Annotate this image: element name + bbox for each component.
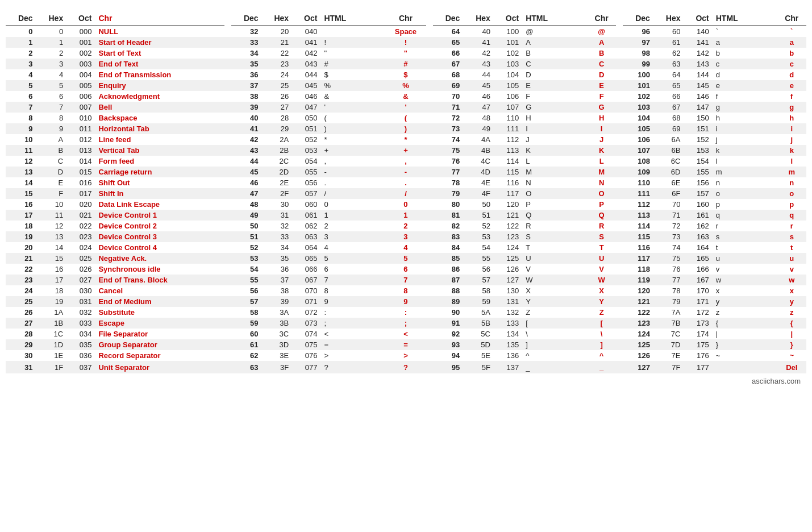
dec-4: 120 xyxy=(623,285,653,296)
dec-4: 101 xyxy=(623,80,653,91)
table-row: 0 0 000 NULL 32 20 040 Space 64 40 100 @… xyxy=(6,26,806,37)
dec-1: 18 xyxy=(6,221,36,231)
hex-3: 58 xyxy=(463,285,494,296)
html-3: P xyxy=(522,199,587,210)
hex-3: 5A xyxy=(463,307,494,318)
dec-2: 48 xyxy=(231,199,262,210)
html-4: n xyxy=(713,177,777,188)
hex-2: 33 xyxy=(262,231,293,242)
chr-3: A xyxy=(587,37,616,48)
hex-1: C xyxy=(36,156,67,167)
html-4: ` xyxy=(713,26,777,37)
dec-3: 70 xyxy=(433,91,464,102)
col-html-4: HTML xyxy=(713,11,777,26)
table-row: 15 F 017 Shift In 47 2F 057 / / 79 4F 11… xyxy=(6,188,806,199)
hex-1: 1D xyxy=(36,339,67,350)
table-row: 19 13 023 Device Control 3 51 33 063 3 3… xyxy=(6,231,806,242)
dec-1: 1 xyxy=(6,37,36,48)
hex-3: 5B xyxy=(463,318,494,329)
hex-1: 8 xyxy=(36,113,67,123)
hex-3: 5E xyxy=(463,350,494,361)
hex-2: 2E xyxy=(262,177,293,188)
name-1: File Separator xyxy=(95,329,224,339)
oct-4: 174 xyxy=(684,329,712,339)
html-2: & xyxy=(320,91,385,102)
html-2: . xyxy=(320,177,385,188)
dec-4: 100 xyxy=(623,69,653,80)
hex-2: 27 xyxy=(262,102,293,113)
col-chr-2: Chr xyxy=(385,11,426,26)
chr-2: 8 xyxy=(385,285,426,296)
dec-2: 57 xyxy=(231,296,262,307)
html-4: k xyxy=(713,145,777,156)
chr-2: * xyxy=(385,134,426,145)
chr-2: 9 xyxy=(385,296,426,307)
oct-4: 164 xyxy=(684,242,712,253)
hex-4: 77 xyxy=(653,275,684,285)
oct-2: 070 xyxy=(292,285,320,296)
oct-2: 043 xyxy=(292,59,320,69)
hex-1: 13 xyxy=(36,231,67,242)
oct-2: 054 xyxy=(292,156,320,167)
oct-3: 102 xyxy=(494,48,522,59)
table-row: 12 C 014 Form feed 44 2C 054 , , 76 4C 1… xyxy=(6,156,806,167)
dec-2: 51 xyxy=(231,231,262,242)
hex-2: 31 xyxy=(262,210,293,221)
oct-2: 071 xyxy=(292,296,320,307)
col-dec-2: Dec xyxy=(231,11,262,26)
html-2: = xyxy=(320,339,385,350)
html-4: { xyxy=(713,318,777,329)
table-row: 1 1 001 Start of Header 33 21 041 ! ! 65… xyxy=(6,37,806,48)
dec-4: 99 xyxy=(623,59,653,69)
chr-3: _ xyxy=(587,361,616,373)
html-2: 6 xyxy=(320,264,385,275)
dec-2: 46 xyxy=(231,177,262,188)
hex-4: 79 xyxy=(653,296,684,307)
dec-4: 126 xyxy=(623,350,653,361)
oct-4: 156 xyxy=(684,177,712,188)
hex-1: 5 xyxy=(36,80,67,91)
dec-1: 25 xyxy=(6,296,36,307)
hex-2: 25 xyxy=(262,80,293,91)
col-dec-1: Dec xyxy=(6,11,36,26)
html-2: 9 xyxy=(320,296,385,307)
dec-4: 122 xyxy=(623,307,653,318)
oct-3: 105 xyxy=(494,80,522,91)
dec-3: 71 xyxy=(433,102,464,113)
dec-1: 12 xyxy=(6,156,36,167)
dec-2: 42 xyxy=(231,134,262,145)
table-row: 17 11 021 Device Control 1 49 31 061 1 1… xyxy=(6,210,806,221)
hex-1: 6 xyxy=(36,91,67,102)
chr-2: % xyxy=(385,80,426,91)
chr-4: w xyxy=(777,275,807,285)
hex-1: 19 xyxy=(36,296,67,307)
chr-4: d xyxy=(777,69,807,80)
hex-3: 4A xyxy=(463,134,494,145)
dec-3: 84 xyxy=(433,242,464,253)
hex-1: 9 xyxy=(36,123,67,134)
chr-4: l xyxy=(777,156,807,167)
name-1: Start of Header xyxy=(95,37,224,48)
hex-3: 5D xyxy=(463,339,494,350)
dec-1: 17 xyxy=(6,210,36,221)
oct-4: 150 xyxy=(684,113,712,123)
hex-3: 51 xyxy=(463,210,494,221)
oct-1: 014 xyxy=(66,156,95,167)
col-chr-4: Chr xyxy=(777,11,807,26)
html-3: S xyxy=(522,231,587,242)
dec-4: 109 xyxy=(623,167,653,177)
dec-1: 8 xyxy=(6,113,36,123)
html-2: 8 xyxy=(320,285,385,296)
table-row: 26 1A 032 Substitute 58 3A 072 : : 90 5A… xyxy=(6,307,806,318)
html-3: _ xyxy=(522,361,587,373)
chr-3: E xyxy=(587,80,616,91)
oct-3: 110 xyxy=(494,113,522,123)
html-2: - xyxy=(320,167,385,177)
hex-2: 20 xyxy=(262,26,293,37)
chr-4: p xyxy=(777,199,807,210)
chr-2: < xyxy=(385,329,426,339)
chr-3: B xyxy=(587,48,616,59)
oct-3: 101 xyxy=(494,37,522,48)
hex-3: 4D xyxy=(463,167,494,177)
name-1: Carriage return xyxy=(95,167,224,177)
